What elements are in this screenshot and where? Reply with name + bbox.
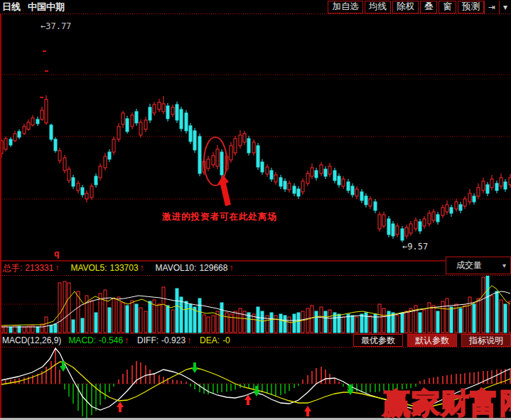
- volume-value: 213331: [25, 263, 53, 273]
- add-watchlist-button[interactable]: 加自选: [328, 1, 363, 14]
- diff-value: -0.923: [161, 335, 185, 345]
- stock-app-window: 日线 中国中期 加自选 均线 除权 叠 窗 预测 ⇥ ▾ ←37.77 ←9.5…: [0, 0, 511, 420]
- macd-header: MACD(12,26,9) MACD: -0.546 ↑ DIFF: -0.92…: [0, 334, 511, 347]
- diff-label: DIFF:: [137, 335, 158, 345]
- ex-rights-button[interactable]: 除权: [392, 1, 419, 14]
- indicator-help-button[interactable]: 指标说明: [461, 334, 511, 347]
- left-border: [0, 14, 1, 418]
- q-marker: q: [54, 249, 59, 259]
- mavol5-value: 133703: [110, 263, 139, 273]
- volume-chart[interactable]: [0, 276, 511, 333]
- up-arrow-icon: ↑: [187, 335, 191, 345]
- forecast-button[interactable]: 预测: [458, 1, 484, 14]
- macd-value: -0.546: [99, 335, 123, 345]
- title-toolbar: 加自选 均线 除权 叠 窗 预测 ⇥ ▾: [326, 1, 511, 14]
- up-arrow-icon: ↑: [229, 263, 233, 273]
- chart-title: 日线 中国中期: [0, 1, 65, 14]
- low-price-label: ←9.57: [402, 242, 428, 252]
- up-arrow-icon: ↑: [55, 263, 59, 273]
- high-price-label: ←37.77: [41, 21, 71, 31]
- mavol5-label: MAVOL5:: [70, 263, 107, 273]
- macd-toolbar: 最优参数 默认参数 指标说明: [349, 334, 511, 347]
- symbol-name: 中国中期: [28, 1, 65, 14]
- optimal-params-button[interactable]: 最优参数: [353, 334, 403, 347]
- dea-value: -0: [222, 335, 230, 345]
- overlay-button[interactable]: 叠: [420, 1, 438, 14]
- title-bar: 日线 中国中期 加自选 均线 除权 叠 窗 预测 ⇥ ▾: [0, 0, 511, 14]
- macd-title: MACD(12,26,9): [2, 335, 61, 345]
- watermark-text: 赢家财富网: [382, 384, 511, 420]
- moving-average-button[interactable]: 均线: [365, 1, 391, 14]
- up-arrow-icon: ↑: [140, 263, 144, 273]
- chevron-down-icon: ▾: [502, 262, 506, 269]
- main-candlestick-chart[interactable]: [0, 14, 511, 260]
- period-label: 日线: [2, 1, 21, 14]
- indicator-dropdown[interactable]: 成交量 ▾: [446, 257, 511, 274]
- mavol10-label: MAVOL10:: [156, 263, 197, 273]
- volume-header: 总手: 213331 ↑ MAVOL5: 133703 ↑ MAVOL10: 1…: [0, 262, 511, 274]
- up-arrow-icon: ↑: [124, 335, 129, 345]
- volume-label: 总手:: [3, 262, 22, 274]
- window-button[interactable]: 窗: [439, 1, 456, 14]
- chevron-down-icon[interactable]: ▾: [499, 1, 511, 14]
- macd-label: MACD:: [68, 335, 96, 345]
- exit-point-annotation: 激进的投资者可在此处离场: [162, 211, 277, 223]
- dea-label: DEA:: [200, 335, 220, 345]
- mavol10-value: 129668: [199, 263, 227, 273]
- jump-to-end-icon[interactable]: ⇥: [484, 1, 499, 14]
- default-params-button[interactable]: 默认参数: [407, 334, 457, 347]
- indicator-dropdown-label: 成交量: [456, 259, 482, 271]
